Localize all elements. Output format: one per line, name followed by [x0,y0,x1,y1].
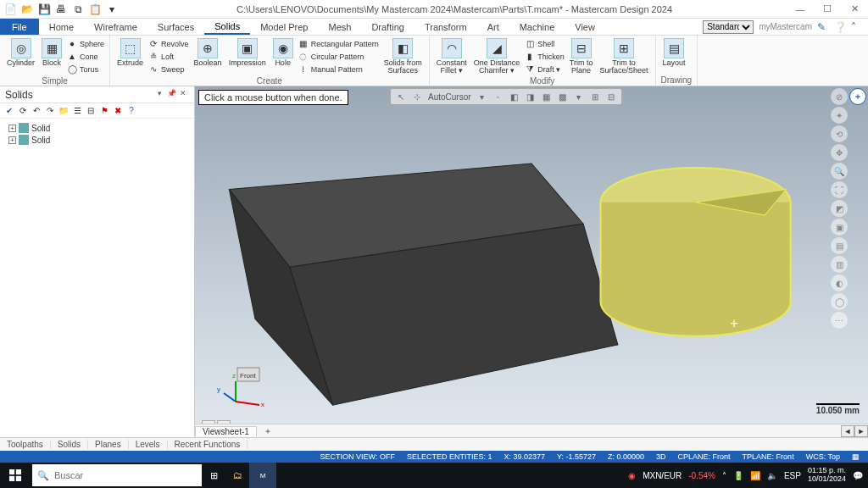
add-viewsheet-icon[interactable]: ＋ [257,425,279,437]
cylinder-button[interactable]: ◎Cylinder [5,37,36,68]
tool-collapse-icon[interactable]: ⊟ [85,105,97,117]
print-icon[interactable]: 🖶 [54,3,68,16]
hole-button[interactable]: ◉Hole [271,37,295,68]
tool-check-icon[interactable]: ✔ [3,105,15,117]
fit-icon[interactable]: ⛶ [831,181,848,198]
more-icon[interactable]: ⋯ [831,312,848,329]
taskbar-search[interactable]: 🔍 [32,464,202,486]
cursor-icon[interactable]: ↖ [394,90,408,103]
gnomon-icon[interactable]: ✦ [831,107,848,124]
wifi-icon[interactable]: 📶 [750,471,760,480]
viewsheet-tab[interactable]: Viewsheet-1 [195,426,257,436]
layout-button[interactable]: ▤Layout [661,37,687,68]
front-icon[interactable]: ▤ [831,237,848,254]
cb7-icon[interactable]: ⊞ [588,90,602,103]
new-icon[interactable]: 📄 [3,3,17,16]
tab-planes[interactable]: Planes [88,440,129,449]
tool-delete-icon[interactable]: ✖ [112,105,124,117]
start-button[interactable] [0,463,31,488]
taskview-icon[interactable]: ⊞ [202,463,225,488]
loft-button[interactable]: ≗Loft [148,50,189,63]
torus-button[interactable]: ◯Torus [67,63,104,75]
h-scroll-left-icon[interactable]: ◄ [841,425,854,437]
minimize-button[interactable]: — [790,2,810,17]
zoom-icon[interactable]: 🔍 [831,163,848,180]
tab-home[interactable]: Home [39,19,84,35]
autocursor-label[interactable]: AutoCursor [426,92,473,102]
h-scroll-right-icon[interactable]: ► [854,425,868,437]
tool-refresh-icon[interactable]: ⟳ [17,105,29,117]
tab-machine[interactable]: Machine [509,19,565,35]
lang-indicator[interactable]: ESP [784,471,801,480]
status-cplane[interactable]: CPLANE: Front [678,452,731,461]
tab-toolpaths[interactable]: Toolpaths [0,440,51,449]
tab-surfaces[interactable]: Surfaces [147,19,204,35]
impression-button[interactable]: ▣Impression [227,37,268,68]
tab-transform[interactable]: Transform [415,19,477,35]
status-grid-icon[interactable]: ▦ [852,452,860,461]
open-icon[interactable]: 📂 [20,3,34,16]
tree-expand-icon[interactable]: + [8,125,16,132]
extrude-button[interactable]: ⬚Extrude [115,37,145,68]
battery-icon[interactable]: 🔋 [733,471,743,480]
rotate-icon[interactable]: ⟲ [831,125,848,142]
tool-flag-icon[interactable]: ⚑ [98,105,110,117]
finance-icon[interactable]: ◉ [628,471,636,480]
cb5-icon[interactable]: ▩ [556,90,570,103]
side-icon[interactable]: ▥ [831,256,848,273]
tool-undo-icon[interactable]: ↶ [31,105,42,117]
tool-folder-icon[interactable]: 📁 [58,105,70,117]
top-icon[interactable]: ▣ [831,219,848,236]
search-input[interactable] [54,470,197,480]
circ-pattern-button[interactable]: ◌Circular Pattern [298,50,379,63]
mastercam-app-icon[interactable]: M [249,463,276,488]
tab-drafting[interactable]: Drafting [361,19,415,35]
boolean-button[interactable]: ⊕Boolean [192,37,224,68]
tab-solids-panel[interactable]: Solids [51,440,88,449]
undo-view-icon[interactable]: ⊘ [831,88,848,105]
paste-icon[interactable]: 📋 [88,3,102,16]
tab-mesh[interactable]: Mesh [318,19,361,35]
fillet-button[interactable]: ◠Constant Fillet ▾ [435,37,469,75]
add-view-icon[interactable]: ＋ [849,88,866,105]
tray-up-icon[interactable]: ˄ [722,471,726,480]
draft-button[interactable]: ⧩Draft ▾ [525,63,565,75]
tab-solids[interactable]: Solids [204,19,250,35]
fx-pair[interactable]: MXN/EUR [643,471,682,480]
notifications-icon[interactable]: 💬 [853,471,863,480]
thicken-button[interactable]: ▮Thicken [525,50,565,63]
solids-from-surfaces-button[interactable]: ◧Solids from Surfaces [382,37,424,75]
save-icon[interactable]: 💾 [37,3,51,16]
manual-pattern-button[interactable]: ⁞Manual Pattern [298,63,379,75]
view-triad[interactable]: Front z x y [212,361,271,412]
block-button[interactable]: ▦Block [40,37,64,68]
maximize-button[interactable]: ☐ [817,2,837,17]
tab-recent[interactable]: Recent Functions [168,440,248,449]
explorer-icon[interactable]: 🗂 [225,463,249,488]
status-wcs[interactable]: WCS: Top [806,452,840,461]
help-icon[interactable]: ❔ [834,21,846,33]
revolve-button[interactable]: ⟳Revolve [148,37,189,50]
cone-button[interactable]: ▲Cone [67,50,104,63]
iso-icon[interactable]: ◩ [831,200,848,217]
file-menu[interactable]: File [0,19,39,35]
taskbar-clock[interactable]: 01:15 p. m. 10/01/2024 [808,467,846,484]
rect-pattern-button[interactable]: ▦Rectangular Pattern [298,37,379,50]
qat-drop-icon[interactable]: ▾ [105,3,119,16]
tab-modelprep[interactable]: Model Prep [250,19,318,35]
wire-icon[interactable]: ◯ [831,293,848,310]
tool-tree-icon[interactable]: ☰ [71,105,83,117]
sphere-button[interactable]: ●Sphere [67,37,104,50]
tool-redo-icon[interactable]: ↷ [44,105,56,117]
status-mode[interactable]: 3D [656,452,666,461]
chamfer-button[interactable]: ◢One Distance Chamfer ▾ [472,37,522,75]
panel-close-icon[interactable]: ✕ [177,89,189,101]
collapse-ribbon-icon[interactable]: ˄ [851,21,863,33]
sweep-button[interactable]: ∿Sweep [148,63,189,75]
drop-icon[interactable]: ▾ [476,90,489,103]
tab-levels[interactable]: Levels [129,440,168,449]
cb1-icon[interactable]: ◦ [492,90,505,103]
snap-icon[interactable]: ⊹ [410,90,424,103]
cb2-icon[interactable]: ◧ [508,90,521,103]
tool-help-icon[interactable]: ? [125,105,137,117]
